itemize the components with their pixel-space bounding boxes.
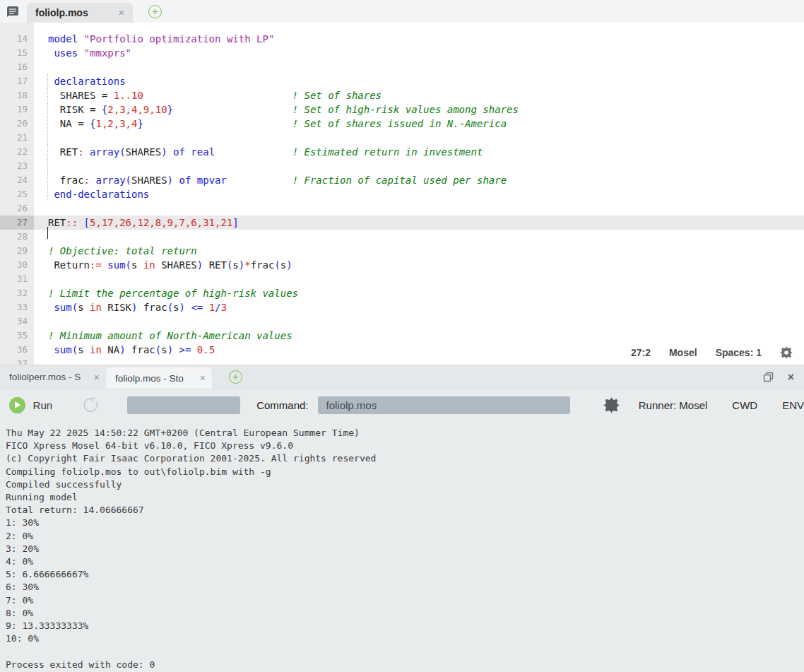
console-line: 3: 20% bbox=[6, 543, 804, 555]
code-token: ! Set of shares bbox=[292, 90, 382, 101]
code-editor[interactable]: 1415161718192021222324252627282930313233… bbox=[0, 23, 804, 365]
code-token: ) bbox=[161, 146, 167, 158]
command-input[interactable] bbox=[318, 396, 570, 414]
command-label: Command: bbox=[256, 399, 308, 411]
code-token: RET bbox=[48, 217, 66, 228]
code-token: RISK = bbox=[48, 104, 102, 115]
code-token: mpvar bbox=[197, 175, 227, 186]
code-line[interactable]: end-declarations bbox=[34, 187, 804, 201]
code-token bbox=[215, 146, 292, 158]
code-line[interactable]: frac: array(SHARES) of mpvar ! Fraction … bbox=[34, 173, 804, 187]
code-token: ) bbox=[167, 344, 173, 355]
run-arguments-input[interactable] bbox=[127, 396, 240, 414]
tab-close-icon[interactable]: × bbox=[94, 372, 100, 382]
editor-tab-bar: foliolp.mos × + bbox=[0, 0, 804, 23]
code-line[interactable]: ! Limit the percentage of high-risk valu… bbox=[34, 286, 804, 300]
code-token bbox=[173, 104, 292, 115]
code-token bbox=[78, 33, 83, 45]
code-token: ! Estimated return in investment bbox=[292, 146, 483, 158]
code-line[interactable] bbox=[34, 314, 804, 329]
code-token: real bbox=[191, 146, 215, 158]
line-number: 36 bbox=[0, 343, 34, 357]
code-token: frac bbox=[137, 302, 167, 313]
code-line[interactable]: SHARES = 1..10 ! Set of shares bbox=[34, 88, 804, 102]
code-lines[interactable]: model "Portfolio optimization with LP" u… bbox=[34, 23, 804, 365]
code-line[interactable] bbox=[34, 159, 804, 173]
code-line[interactable] bbox=[34, 60, 804, 74]
code-line[interactable]: uses "mmxprs" bbox=[34, 46, 804, 60]
line-number: 26 bbox=[0, 201, 34, 216]
env-button[interactable]: ENV bbox=[782, 399, 804, 411]
code-line[interactable]: ! Objective: total return bbox=[34, 244, 804, 258]
editor-status-bar: 27:2 Mosel Spaces: 1 bbox=[610, 342, 804, 363]
restore-panel-icon[interactable] bbox=[763, 372, 774, 382]
editor-tab-foliolp[interactable]: foliolp.mos × bbox=[27, 3, 133, 23]
panel-tab-foliolp[interactable]: foliolp.mos - Sto × bbox=[106, 367, 212, 389]
play-icon bbox=[15, 401, 20, 408]
code-token: ) bbox=[197, 259, 203, 271]
code-token: : bbox=[78, 146, 83, 158]
close-panel-icon[interactable]: × bbox=[788, 372, 794, 383]
console-line: 5: 6.666666667% bbox=[6, 568, 804, 581]
code-line[interactable]: RET:: [5,17,26,12,8,9,7,6,31,21] bbox=[34, 216, 804, 230]
new-editor-tab-icon[interactable]: + bbox=[148, 5, 162, 18]
code-token: 3 bbox=[221, 302, 227, 313]
new-panel-tab-icon[interactable]: + bbox=[229, 370, 242, 384]
code-line[interactable] bbox=[34, 131, 804, 145]
code-line[interactable]: declarations bbox=[34, 74, 804, 88]
code-token: RISK bbox=[102, 302, 131, 313]
file-list-icon[interactable] bbox=[0, 0, 27, 23]
run-settings-gear-icon[interactable] bbox=[603, 397, 620, 413]
code-line[interactable] bbox=[34, 230, 804, 244]
editor-settings-gear-icon[interactable] bbox=[780, 346, 793, 359]
refresh-spinner-icon[interactable] bbox=[82, 396, 99, 413]
cwd-button[interactable]: CWD bbox=[732, 399, 757, 411]
indentation-setting[interactable]: Spaces: 1 bbox=[716, 347, 762, 358]
console-line: Running model bbox=[6, 491, 804, 504]
code-token bbox=[167, 146, 173, 158]
code-line[interactable] bbox=[34, 201, 804, 216]
tab-close-icon[interactable]: × bbox=[119, 8, 124, 18]
code-line[interactable]: RET: array(SHARES) of real ! Estimated r… bbox=[34, 145, 804, 159]
run-toolbar: Run Command: Runner: Mosel CWD ENV bbox=[0, 389, 804, 420]
code-token: } bbox=[167, 104, 173, 115]
code-line[interactable] bbox=[34, 272, 804, 286]
code-token: s bbox=[131, 259, 143, 271]
code-token: } bbox=[137, 118, 143, 129]
panel-tab-label: foliolp.mos - Sto bbox=[115, 373, 196, 384]
code-line[interactable]: ! Minimum amount of North-American value… bbox=[34, 329, 804, 343]
code-token: SHARES bbox=[126, 146, 162, 158]
code-token: s bbox=[161, 344, 167, 355]
code-line[interactable]: model "Portfolio optimization with LP" bbox=[34, 32, 804, 46]
language-mode[interactable]: Mosel bbox=[669, 347, 697, 358]
line-number: 31 bbox=[0, 272, 34, 286]
code-token: <= bbox=[191, 302, 203, 313]
code-token bbox=[78, 47, 83, 59]
code-line[interactable]: NA = {1,2,3,4} ! Set of shares issued in… bbox=[34, 117, 804, 131]
panel-tab-foliolperr[interactable]: foliolperr.mos - S × bbox=[0, 365, 106, 389]
code-token: s bbox=[232, 259, 238, 271]
line-number: 22 bbox=[0, 145, 34, 159]
code-line[interactable]: RISK = {2,3,4,9,10} ! Set of high-risk v… bbox=[34, 102, 804, 117]
console-line: Process exited with code: 0 bbox=[6, 659, 804, 671]
code-token: ! Set of high-risk values among shares bbox=[292, 104, 519, 115]
cursor-position[interactable]: 27:2 bbox=[631, 347, 651, 358]
code-token bbox=[191, 175, 196, 186]
line-number: 32 bbox=[0, 286, 34, 300]
code-line[interactable]: sum(s in RISK) frac(s) <= 1/3 bbox=[34, 300, 804, 314]
code-token: [ bbox=[84, 217, 90, 228]
code-token: s bbox=[173, 302, 179, 313]
line-number: 20 bbox=[0, 117, 34, 131]
code-token: ! Set of shares issued in N.-America bbox=[292, 118, 507, 129]
code-token: ) bbox=[119, 344, 125, 355]
line-number: 29 bbox=[0, 244, 34, 258]
run-button-label[interactable]: Run bbox=[33, 399, 53, 411]
code-token: 0.5 bbox=[197, 344, 215, 355]
run-button[interactable] bbox=[9, 397, 25, 413]
panel-tab-bar: foliolperr.mos - S × foliolp.mos - Sto ×… bbox=[0, 365, 804, 389]
line-number: 18 bbox=[0, 88, 34, 102]
line-number: 34 bbox=[0, 314, 34, 329]
code-line[interactable]: Return:= sum(s in SHARES) RET(s)*frac(s) bbox=[34, 258, 804, 272]
tab-close-icon[interactable]: × bbox=[200, 373, 206, 383]
runner-selector[interactable]: Runner: Mosel bbox=[639, 399, 708, 411]
